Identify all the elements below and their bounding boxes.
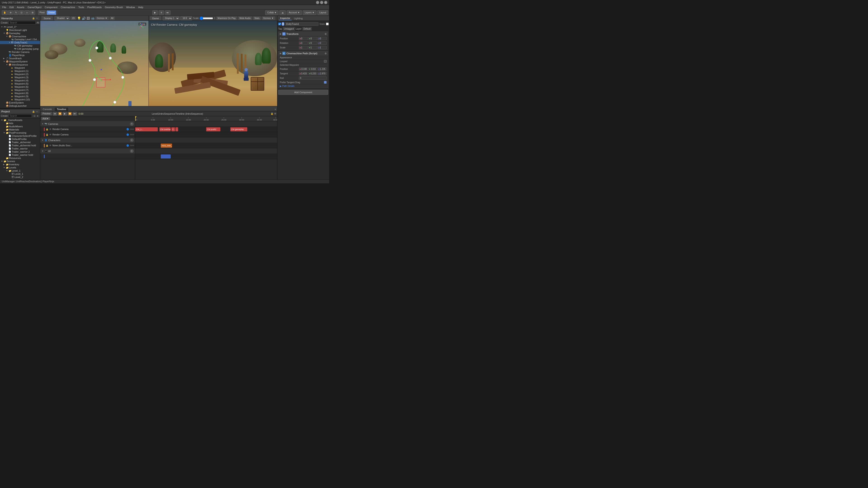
game-stats-btn[interactable]: Stats <box>253 17 261 20</box>
minimize-button[interactable]: ─ <box>316 1 319 4</box>
account-button[interactable]: Account ▼ <box>287 10 302 15</box>
ui-add-btn[interactable]: + <box>130 149 133 153</box>
wp-pos-z[interactable]: Z 1.235 <box>318 67 327 71</box>
game-maximize-btn[interactable]: Maximize On Play <box>216 17 237 20</box>
hierarchy-item-waypoint-8[interactable]: ◆ Waypoint (8) <box>0 92 40 95</box>
hierarchy-item-waypoint-system[interactable]: ▼ 📦 WaypointSystem <box>0 60 40 63</box>
hierarchy-item-playerninja[interactable]: 👤 PlayerNinja <box>0 54 40 57</box>
game-display-select[interactable]: Display 1 <box>163 16 180 20</box>
project-item-inventory[interactable]: ▶ 📁 Inventory <box>0 163 40 166</box>
timeline-add-btn[interactable]: Add▼ <box>41 117 50 120</box>
cinemachine-path-header[interactable]: ▶ C Cinemachine Path (Script) ⚙ <box>278 51 328 56</box>
game-mute-btn[interactable]: Mute Audio <box>238 17 252 20</box>
hierarchy-all-btn[interactable]: All <box>37 22 39 24</box>
hierarchy-item-eventsystem[interactable]: 📦 EventSystem <box>0 101 40 104</box>
cinemachine-menu[interactable]: ⚙ <box>324 52 327 55</box>
move-tool[interactable]: ⊕ <box>8 10 13 15</box>
hierarchy-item-waypoint-1[interactable]: ◆ Waypoint (1) <box>0 69 40 72</box>
hierarchy-menu[interactable]: ≡ <box>35 17 39 20</box>
timeline-scrubber[interactable] <box>135 116 135 121</box>
close-button[interactable]: ✕ <box>324 1 327 4</box>
play-button[interactable]: ▶ <box>152 10 158 15</box>
hierarchy-item-waypoint-10[interactable]: ◆ Waypoint (10) <box>0 98 40 101</box>
hierarchy-item-waypoint[interactable]: ◆ Waypoint <box>0 66 40 69</box>
global-button[interactable]: Global <box>46 10 56 15</box>
hierarchy-root[interactable]: ▼ 🎮 Level_1* <box>0 25 40 29</box>
timeline-cameras-group[interactable]: ▼ 📷 Cameras + <box>40 121 135 127</box>
layout-button[interactable]: Layout <box>317 10 328 15</box>
project-menu[interactable]: ≡ <box>35 110 39 113</box>
hierarchy-item-cinemachine[interactable]: ▼ 📦 Cinemachine <box>0 35 40 38</box>
game-scale-slider[interactable] <box>199 17 213 20</box>
hierarchy-search[interactable] <box>8 21 36 24</box>
scene-all-btn[interactable]: All <box>110 17 115 20</box>
menu-help[interactable]: Help <box>137 6 145 9</box>
project-item-charselect[interactable]: 📄 CharacterSelectProfile <box>0 134 40 138</box>
path-details-row[interactable]: ▶ Path Details <box>278 84 328 88</box>
hierarchy-item-waypoint-5[interactable]: ◆ Waypoint (5) <box>0 82 40 85</box>
wp-tan-y[interactable]: Y 0.233 <box>308 72 317 75</box>
scale-tool[interactable]: ⊡ <box>19 10 24 15</box>
hierarchy-item-gameplay-dolly[interactable]: 📷 Gameplay Level 1 Dolly RO <box>0 38 40 41</box>
project-item-audiomixers[interactable]: 📁 AudioMixers <box>0 125 40 128</box>
clip-cm1[interactable]: CM_1... <box>135 127 158 131</box>
track-lane-camera-1[interactable]: CM_1... CM overhead C... ... CM push2 CM… <box>135 127 277 132</box>
collab-button[interactable]: Collab ▼ <box>265 10 278 15</box>
hierarchy-item-cm-gameplay[interactable]: 📷 CM gameplay <box>0 44 40 47</box>
hierarchy-item-render-camera[interactable]: 📷 Render Camera <box>0 51 40 54</box>
menu-cinemachine[interactable]: Cinemachine <box>59 6 76 9</box>
wp-pos-x[interactable]: X 13.88 <box>299 67 308 71</box>
hierarchy-item-dollytrack1[interactable]: ▼ 🎞 DollyTrack1 <box>0 41 40 44</box>
timeline-prev-btn[interactable]: ⏪ <box>58 112 62 116</box>
scale-x-field[interactable]: X 1 <box>299 46 308 49</box>
clip-cm-gameplay[interactable]: CM gameplay <box>230 127 247 131</box>
project-create-btn[interactable]: Create <box>1 115 8 117</box>
menu-gameobject[interactable]: GameObject <box>26 6 43 9</box>
prefer-tangent-checkbox[interactable] <box>324 81 327 84</box>
menu-tools[interactable]: Tools <box>77 6 86 9</box>
scene-2d-btn[interactable]: 2D <box>70 17 76 20</box>
project-item-trailer-warrior-hold[interactable]: 📄 Trailer_warrior hold <box>0 153 40 156</box>
wp-pos-y[interactable]: Y -9.93 <box>308 67 317 71</box>
track-lane-audio[interactable]: vocs_over_... <box>135 143 277 148</box>
inspector-active-checkbox[interactable] <box>278 23 281 25</box>
lighting-tab[interactable]: Lighting <box>292 17 304 20</box>
project-item-ads[interactable]: 📁 Ads <box>0 122 40 125</box>
timeline-ruler[interactable]: 0:00 5:00 10:00 15:00 20:00 25:00 30:00 … <box>135 116 277 121</box>
timeline-camera-track-1[interactable]: 🔒 👁 Render Camera 🔵 >>> <box>40 127 135 132</box>
timeline-begin-btn[interactable]: ⏮ <box>53 112 57 116</box>
clip-cm-overhead[interactable]: CM overhead <box>159 127 170 131</box>
hierarchy-item-intro-sequence[interactable]: ▼ 📦 IntroSequence <box>0 63 40 66</box>
project-item-trailer-alchemist[interactable]: 📄 Trailer_alchemist <box>0 141 40 144</box>
timeline-tab[interactable]: Timeline <box>54 107 68 111</box>
hierarchy-lock[interactable]: 🔒 <box>32 17 35 20</box>
scale-z-field[interactable]: Z 1 <box>318 46 327 49</box>
cameras-add-btn[interactable]: + <box>130 122 133 126</box>
project-item-materials[interactable]: 📁 Materials <box>0 128 40 131</box>
project-item-trailer-alchemist-hold[interactable]: 📄 Trailer_alchemist hold <box>0 144 40 147</box>
position-z-field[interactable]: Z 0 <box>318 37 327 40</box>
step-button[interactable]: ⏭ <box>165 10 170 15</box>
transform-tool[interactable]: ⊞ <box>30 10 35 15</box>
position-x-field[interactable]: X 0 <box>299 37 308 40</box>
menu-edit[interactable]: Edit <box>8 6 15 9</box>
game-canvas[interactable]: CM Render Camera: CM gameplay <box>149 21 277 106</box>
scale-y-field[interactable]: Y 1 <box>308 46 317 49</box>
project-item-trailer-warrior[interactable]: 📄 Trailer_warrior <box>0 147 40 150</box>
inspector-tag-value[interactable]: Untagged <box>283 27 295 31</box>
game-gizmos-btn[interactable]: Gizmos ▼ <box>262 17 275 20</box>
wp-roll-field[interactable]: 0 <box>299 77 327 80</box>
hierarchy-item-directional-light[interactable]: 💡 Directional Light <box>0 29 40 32</box>
timeline-lock-icon[interactable]: 🔒 <box>271 112 273 115</box>
timeline-ui-track[interactable] <box>40 154 135 159</box>
project-item-level1-scene1[interactable]: 🎬 Level_1 <box>0 172 40 176</box>
hierarchy-create-btn[interactable]: Create <box>1 22 8 24</box>
clip-dots[interactable]: ... <box>176 127 178 131</box>
clip-c[interactable]: C... <box>171 127 175 131</box>
transform-header[interactable]: ▶ T Transform ⚙ <box>278 32 328 36</box>
hierarchy-item-waypoint-6[interactable]: ◆ Waypoint (6) <box>0 85 40 88</box>
game-tab[interactable]: Game <box>150 16 161 20</box>
clip-vocs[interactable]: vocs_over_... <box>161 144 172 148</box>
looped-checkbox[interactable] <box>324 60 327 63</box>
clip-ui[interactable] <box>161 154 170 158</box>
